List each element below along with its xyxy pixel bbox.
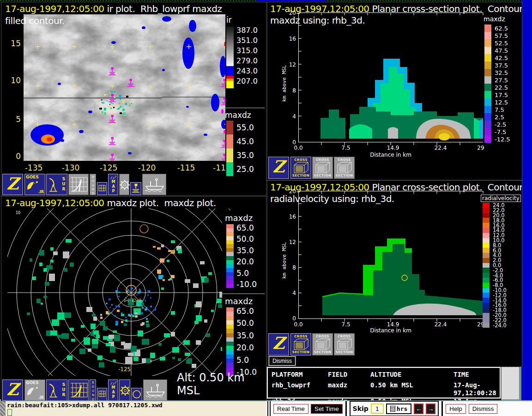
ppi-colorbar1: 65.050.035.020.05.0-10.0 — [226, 224, 234, 288]
xs2-colorbar-label: radialvelocity — [481, 195, 521, 202]
ppi-bottom-label: -125 — [118, 366, 131, 373]
gear-button[interactable] — [119, 379, 130, 401]
altitude-readout: Alt: 0.50 km MSL — [177, 371, 266, 397]
maxdz-colorbar-label: maxdz — [225, 110, 251, 120]
menu-icon — [390, 406, 395, 412]
x-tick: 29 — [472, 145, 489, 151]
skip-label: Skip — [353, 405, 369, 412]
ir-plot-title: 17-aug-1997,12:05:00 ir plot. Rhb_lowprf… — [5, 3, 222, 14]
ppi-colorbar2: 65.050.035.020.05.0-10.0 — [226, 307, 234, 376]
ship-button[interactable] — [142, 174, 166, 195]
zeb-logo-button[interactable]: Z — [268, 333, 289, 355]
window-xsection-radialvelocity: 17-aug-1997,12:05:00 Planar cross-sectio… — [267, 180, 522, 367]
cube-icon — [293, 338, 309, 350]
buoy-small-button[interactable] — [130, 182, 141, 195]
y-tick: 0 — [284, 315, 296, 322]
help-button[interactable]: Help — [446, 404, 466, 414]
goes-ir-button[interactable]: GOES .IR — [24, 174, 45, 195]
satellite-dish-icon — [26, 180, 38, 191]
lat-tick: 15 — [5, 39, 21, 48]
table-header: FIELD — [328, 371, 370, 379]
goes-ir-button[interactable]: GOES .IR — [24, 379, 45, 401]
radar-antenna-icon — [48, 177, 58, 193]
gear-button[interactable] — [119, 174, 129, 195]
xs2-title-line2: radialvelocity using: rhb_3d. — [270, 193, 394, 204]
window-ir-plot: 17-aug-1997,12:05:00 ir plot. Rhb_lowprf… — [1, 2, 266, 196]
cube-icon — [315, 338, 331, 350]
bounds-button[interactable]: BOUNDS — [90, 379, 96, 401]
cross-section-button[interactable]: CROSS SECTION — [312, 157, 333, 179]
table-cell: 17-Aug-97,12:00:28 — [453, 381, 496, 397]
table-cell: 0.50 km MSL — [370, 381, 453, 397]
cross-section-button[interactable]: CROSS SECTION — [312, 333, 333, 355]
map-button[interactable]: MAP — [108, 379, 118, 401]
x-tick: 22.4 — [431, 321, 450, 328]
platform-status-table: PLATFORM FIELD ALTITUDE TIME rhb_lowprfm… — [267, 367, 501, 398]
lon-tick: -135 — [22, 163, 46, 172]
surface-grid-button[interactable] — [68, 174, 89, 195]
lon-tick: -11 — [210, 163, 229, 172]
ppi-colorbar-panel: maxdz 65.050.035.020.05.0-10.0 maxdz 65.… — [222, 210, 266, 391]
lat-tick: 5 — [5, 115, 21, 124]
grid-small-button[interactable] — [97, 388, 107, 401]
ir-colorbar-ticks: 387.0351.0315.0279.0243.0207.0 — [236, 25, 258, 86]
ring-button[interactable] — [131, 388, 142, 401]
ship-button[interactable] — [143, 379, 167, 401]
xs2-colorbar: 24.022.020.018.016.014.012.010.08.06.04.… — [483, 203, 507, 328]
ppi-colorbar2-label: maxdz — [225, 296, 253, 306]
zeb-logo-button[interactable]: Z — [2, 379, 23, 401]
dismiss-control-button[interactable]: Dismiss — [469, 404, 498, 414]
cube-icon — [315, 162, 331, 174]
xs2-toolbar: Z CROSS SECTION CROSS SECTION CROSS SECT… — [267, 332, 522, 355]
colorbar-separator — [222, 294, 265, 294]
xs1-colorbar-label: maxdz — [484, 15, 505, 23]
map-marks-icon — [110, 381, 117, 385]
zeb-z-icon: Z — [272, 157, 284, 176]
y-tick: 16 — [284, 36, 296, 42]
hrs-units-button[interactable]: hrs — [386, 404, 411, 414]
real-time-button[interactable]: Real Time — [273, 404, 308, 414]
cross-section-button[interactable]: CROSS SECTION — [334, 333, 355, 355]
skip-count-input[interactable] — [371, 404, 384, 414]
dismiss-xsection-button[interactable]: Dismiss — [269, 356, 296, 366]
table-header: PLATFORM — [272, 371, 328, 379]
x-tick: 14.9 — [384, 145, 402, 151]
x-tick: 7.5 — [337, 321, 355, 328]
cross-section-button-active[interactable]: CROSS SECTION — [290, 333, 311, 355]
skip-group: Skip hrs ← → — [350, 401, 439, 416]
step-back-button[interactable]: ← — [414, 404, 423, 414]
xsection-radialvelocity-plot — [298, 191, 484, 323]
step-forward-button[interactable]: → — [426, 404, 435, 414]
lon-tick: -115 — [174, 163, 198, 172]
cube-icon — [337, 338, 352, 350]
sur-radar-button[interactable]: SUR — [46, 379, 67, 401]
cube-icon — [337, 162, 352, 174]
grid-icon — [97, 388, 107, 400]
lat-tick: 10 — [5, 76, 21, 85]
cube-icon — [293, 162, 309, 174]
zeb-z-icon: Z — [6, 174, 18, 193]
grid-small-button[interactable] — [97, 182, 107, 195]
terminal-window[interactable]: rain:beaufait:105>xdump.all 970817.1205.… — [6, 400, 266, 416]
zeb-logo-button[interactable]: Z — [268, 157, 289, 179]
zeb-logo-button[interactable]: Z — [2, 174, 23, 195]
gear-icon — [119, 179, 130, 190]
window-ppi-maxdz: 17-aug-1997,12:05:00 maxdz plot. maxdz p… — [1, 196, 266, 401]
x-tick: 0.0 — [289, 321, 308, 328]
cross-section-button[interactable]: CROSS SECTION — [334, 157, 355, 179]
zeb-z-icon: Z — [6, 379, 18, 399]
terminal-cursor — [7, 409, 12, 416]
bounds-button[interactable]: BOUNDS — [90, 174, 96, 195]
sur-radar-button[interactable]: SUR — [46, 174, 67, 195]
grid-radar-icon — [70, 381, 88, 400]
ir-plot-title-line2: filled contour. — [5, 15, 65, 26]
ship-icon — [145, 384, 167, 398]
map-button[interactable]: MAP — [108, 174, 118, 195]
root-window-blue — [521, 0, 532, 416]
set-time-button[interactable]: Set Time — [311, 404, 343, 414]
lon-tick: -120 — [135, 163, 159, 172]
ppi-colorbar1-label: maxdz — [225, 213, 253, 223]
map-marks-icon — [110, 175, 117, 180]
surface-grid-button[interactable] — [68, 379, 89, 401]
cross-section-button-active[interactable]: CROSS SECTION — [290, 157, 311, 179]
